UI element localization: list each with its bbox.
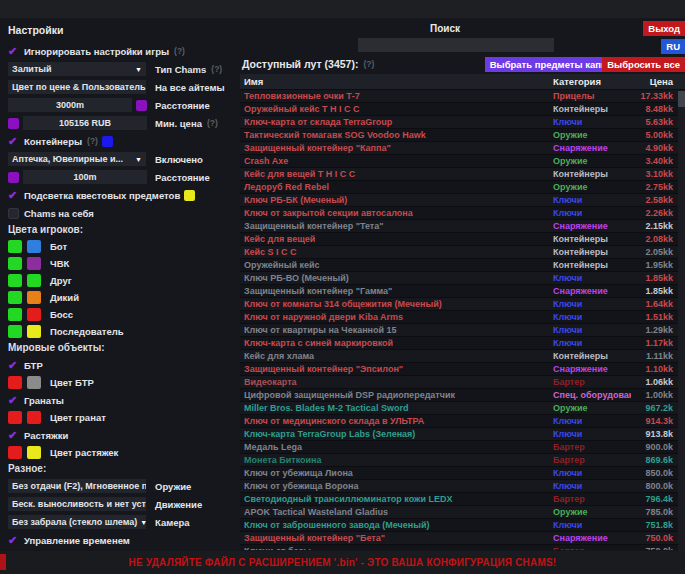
table-row[interactable]: Ключ-карта с синей маркировкойКлючи1.17k… [240, 337, 685, 350]
table-row[interactable]: Ключ от квартиры на Чеканной 15Ключи1.29… [240, 324, 685, 337]
table-row[interactable]: Кейс для хламаКонтейнеры1.11kk [240, 350, 685, 363]
visible-color-swatch[interactable] [8, 411, 22, 424]
table-row[interactable]: APOK Tactical Wasteland GladiusОружие785… [240, 506, 685, 519]
table-row[interactable]: Ледоруб Red RebelОружие2.75kk [240, 181, 685, 194]
visible-color-swatch[interactable] [8, 291, 22, 304]
table-row[interactable]: Ключ от закрытой секции автосалонаКлючи2… [240, 207, 685, 220]
checkmark-icon[interactable]: ✔ [8, 393, 24, 407]
table-row[interactable]: Ключ от убежища ВоронаКлючи800.0k [240, 480, 685, 493]
checkmark-icon[interactable]: ✔ [8, 533, 24, 547]
table-row[interactable]: Оружейный кейс T H I C CКонтейнеры8.48kk [240, 103, 685, 116]
chams-type-dropdown[interactable]: Залитый ▼ [8, 62, 146, 76]
min-price-input[interactable]: 105156 RUB [23, 116, 147, 130]
table-row[interactable]: Тактический томагавк SOG Voodoo HawkОруж… [240, 129, 685, 142]
table-row[interactable]: Crash AxeОружие3.40kk [240, 155, 685, 168]
language-button[interactable]: RU [661, 39, 685, 54]
table-row[interactable]: Кейс для вещейКонтейнеры2.08kk [240, 233, 685, 246]
visible-color-swatch[interactable] [8, 446, 22, 459]
table-row[interactable]: Защищенный контейнер "Гамма"Снаряжение1.… [240, 285, 685, 298]
visible-color-swatch[interactable] [8, 308, 22, 321]
quest-items-color-swatch[interactable] [184, 190, 195, 201]
table-scrollbar[interactable] [678, 91, 685, 551]
grenade-check-row[interactable]: ✔ Гранаты [8, 393, 236, 407]
table-row[interactable]: Цифровой защищенный DSP радиопередатчикС… [240, 389, 685, 402]
containers-row[interactable]: ✔ Контейнеры (?) [8, 134, 236, 148]
scrollbar-thumb[interactable] [678, 91, 685, 107]
visible-color-swatch[interactable] [8, 274, 22, 287]
chams-self-row[interactable]: Chams на себя [8, 206, 236, 220]
table-row[interactable]: ВидеокартаБартер1.06kk [240, 376, 685, 389]
table-row[interactable]: Светодиодный трансиллюминатор кожи LEDXБ… [240, 493, 685, 506]
grenade-color-swatch[interactable] [27, 411, 41, 424]
player-color-label: ЧВК [50, 258, 69, 269]
btr-color-swatch[interactable] [27, 376, 41, 389]
containers-color-swatch[interactable] [102, 136, 113, 147]
camera-dropdown[interactable]: Без забрала (стекло шлема) ▼ [8, 515, 146, 529]
loot-distance-color-swatch[interactable] [8, 172, 19, 183]
checkbox-unchecked-icon[interactable] [8, 208, 19, 219]
player-color-swatch[interactable] [27, 240, 41, 253]
min-price-color-swatch[interactable] [8, 118, 19, 129]
quest-items-row[interactable]: ✔ Подсветка квестовых предметов [8, 188, 236, 202]
table-row[interactable]: Ключ РБ-ВО (Меченый)Ключи1.85kk [240, 272, 685, 285]
ignore-game-settings-row[interactable]: ✔ Игнорировать настройки игры (?) [8, 44, 236, 58]
loot-distance-input[interactable]: 100m [23, 170, 147, 184]
player-color-swatch[interactable] [27, 257, 41, 270]
btr-check-row[interactable]: ✔ БТР [8, 358, 236, 372]
time-control-row[interactable]: ✔ Управление временем [8, 533, 236, 547]
table-row[interactable]: Кейс S I C CКонтейнеры2.05kk [240, 246, 685, 259]
player-color-swatch[interactable] [27, 291, 41, 304]
movement-value: Беск. выносливость и нет уста: [12, 499, 146, 509]
player-color-swatch[interactable] [27, 308, 41, 321]
table-row[interactable]: Защищенный контейнер "Каппа"Снаряжение4.… [240, 142, 685, 155]
search-input[interactable] [358, 38, 554, 52]
table-row[interactable]: Ключ от медицинского склада в УЛЬТРАКлюч… [240, 415, 685, 428]
exit-button[interactable]: Выход [643, 21, 685, 36]
checkmark-icon[interactable]: ✔ [8, 134, 24, 148]
visible-color-swatch[interactable] [8, 325, 22, 338]
table-row[interactable]: Miller Bros. Blades M-2 Tactical SwordОр… [240, 402, 685, 415]
drop-all-button[interactable]: Выбросить все [602, 57, 685, 72]
esp-distance-color-swatch[interactable] [136, 100, 147, 111]
grenade-colors-row: Цвет гранат [8, 411, 236, 424]
player-colors-title: Цвета игроков: [8, 224, 236, 235]
player-color-swatch[interactable] [27, 274, 41, 287]
checkmark-icon[interactable]: ✔ [8, 358, 24, 372]
table-row[interactable]: Ключ от заброшенного завода (Меченый)Клю… [240, 519, 685, 532]
table-row[interactable]: Медаль LegaБартер900.0k [240, 441, 685, 454]
item-price: 17.33kk [631, 90, 685, 102]
table-row[interactable]: Тепловизионные очки Т-7Прицелы17.33kk [240, 90, 685, 103]
column-header-name[interactable]: Имя [240, 76, 553, 87]
table-row[interactable]: Защищенный контейнер "Эпсилон"Снаряжение… [240, 363, 685, 376]
table-row[interactable]: Ключ от убежища ЛионаКлючи850.0k [240, 467, 685, 480]
esp-distance-input[interactable]: 3000m [8, 98, 132, 112]
loot-filter-dropdown[interactable]: Аптечка, Ювелирные и... ▼ [8, 152, 146, 166]
movement-row: Беск. выносливость и нет уста: ▼ Движени… [8, 497, 236, 511]
color-by-price-dropdown[interactable]: Цвет по цене & Пользователь ▼ [8, 80, 146, 94]
table-row[interactable]: Защищенный контейнер "Бета"Снаряжение750… [240, 532, 685, 545]
visible-color-swatch[interactable] [8, 257, 22, 270]
table-row[interactable]: Оружейный кейсКонтейнеры1.95kk [240, 259, 685, 272]
table-row[interactable]: Ключ-карта TerraGroup Labs (Зеленая)Ключ… [240, 428, 685, 441]
tripwire-color-swatch[interactable] [27, 446, 41, 459]
column-header-category[interactable]: Категория [553, 76, 631, 87]
table-row[interactable]: Ключ-карта от склада TerraGroupКлючи5.63… [240, 116, 685, 129]
table-row[interactable]: Ключ от комнаты 314 общежития (Меченый)К… [240, 298, 685, 311]
select-kappa-items-button[interactable]: Выбрать предметы каппа [485, 57, 617, 72]
column-header-price[interactable]: Цена [631, 76, 685, 87]
table-row[interactable]: Кейс для вещей T H I C CКонтейнеры3.10kk [240, 168, 685, 181]
checkmark-icon[interactable]: ✔ [8, 428, 24, 442]
visible-color-swatch[interactable] [8, 240, 22, 253]
table-row[interactable]: Ключ РБ-БК (Меченый)Ключи2.58kk [240, 194, 685, 207]
visible-color-swatch[interactable] [8, 376, 22, 389]
checkmark-icon[interactable]: ✔ [8, 44, 24, 58]
tripwire-check-row[interactable]: ✔ Растяжки [8, 428, 236, 442]
weapon-dropdown[interactable]: Без отдачи (F2), Мгновенное п ▼ [8, 479, 146, 493]
checkmark-icon[interactable]: ✔ [8, 188, 24, 202]
table-row[interactable]: Ключи от базыБартер750.0k [240, 545, 685, 550]
player-color-swatch[interactable] [27, 325, 41, 338]
movement-dropdown[interactable]: Беск. выносливость и нет уста: ▼ [8, 497, 146, 511]
table-row[interactable]: Защищенный контейнер "Тета"Снаряжение2.1… [240, 220, 685, 233]
table-row[interactable]: Монета БиткоинаБартер869.6k [240, 454, 685, 467]
table-row[interactable]: Ключ от наружной двери Kiba ArmsКлючи1.5… [240, 311, 685, 324]
